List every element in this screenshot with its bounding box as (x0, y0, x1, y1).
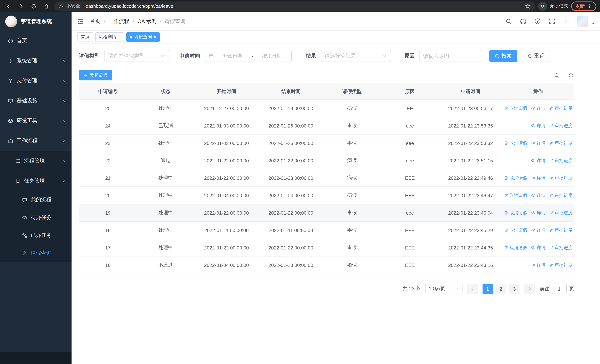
progress-action-link[interactable]: 审批进度 (549, 140, 572, 146)
sidebar-item-my-process[interactable]: 我的流程 (0, 191, 72, 209)
table-row: 18处理中2022-01-11 00:00:002022-01-11 00:00… (79, 222, 574, 239)
address-bar[interactable]: 不安全 dashboard.yudao.iocoder.cn/bpm/oa/le… (54, 1, 535, 11)
security-label[interactable]: 不安全 (66, 3, 80, 9)
reason-input[interactable] (419, 50, 481, 62)
cell-type: 病假 (323, 175, 381, 181)
start-date-placeholder: 开始日期 (217, 53, 248, 59)
detail-action-link[interactable]: 详情 (531, 192, 545, 198)
cell-reason: EEE (381, 262, 439, 268)
result-select[interactable]: 请选择流结果 (320, 50, 391, 62)
avatar-caret-icon[interactable]: ▾ (592, 21, 594, 27)
cancel-action-link[interactable]: 取消请假 (504, 244, 527, 251)
sidebar-item-process-management[interactable]: 流程管理 (0, 151, 72, 171)
sidebar-fold-icon[interactable] (77, 17, 85, 25)
cell-reason: eee (381, 158, 439, 163)
help-icon[interactable] (534, 17, 542, 25)
app-logo[interactable]: 芋道管理系统 (0, 12, 72, 31)
breadcrumb-item[interactable]: OA 示例 (138, 18, 157, 25)
detail-action-link[interactable]: 详情 (531, 244, 545, 251)
progress-action-link[interactable]: 审批进度 (549, 210, 572, 216)
toggle-search-icon[interactable] (553, 72, 560, 79)
close-icon[interactable]: × (118, 35, 121, 39)
page-button-1[interactable]: 1 (483, 284, 493, 294)
back-icon[interactable] (4, 1, 13, 11)
progress-action-link[interactable]: 审批进度 (549, 157, 572, 164)
create-leave-button[interactable]: 发起请假 (79, 70, 112, 80)
breadcrumb-item[interactable]: 首页 (90, 18, 100, 25)
tab-home[interactable]: 首页 (77, 32, 93, 42)
svg-text:T: T (567, 20, 569, 24)
cell-reason: EE (381, 105, 439, 111)
url-text[interactable]: dashboard.yudao.iocoder.cn/bpm/oa/leave (86, 3, 173, 9)
sidebar-item-done-tasks[interactable]: 已办任务 (0, 226, 72, 244)
sidebar-collapse-bar[interactable] (0, 352, 72, 364)
sidebar-item-system[interactable]: 系统管理 (0, 51, 72, 71)
detail-action-link[interactable]: 详情 (531, 105, 545, 111)
header-actions: TT ▾ (505, 16, 594, 27)
next-page-button[interactable] (525, 284, 535, 294)
cancel-action-link[interactable]: 取消请假 (504, 105, 527, 111)
cell-end: 2022-01-22 00:00:00 (259, 245, 323, 250)
cancel-action-link[interactable]: 取消请假 (504, 175, 527, 181)
progress-action-link[interactable]: 审批进度 (549, 227, 572, 233)
sidebar-item-todo-tasks[interactable]: 待办任务 (0, 209, 72, 226)
cell-actions: 取消请假详情审批进度 (502, 105, 574, 111)
sidebar-item-leave-query[interactable]: 请假查询 (0, 244, 72, 262)
search-button[interactable]: 搜索 (489, 50, 517, 62)
cell-id: 16 (79, 262, 137, 268)
detail-action-link[interactable]: 详情 (531, 175, 545, 181)
sidebar-item-label: 待办任务 (31, 214, 66, 221)
search-icon[interactable] (505, 17, 513, 25)
detail-action-link[interactable]: 详情 (531, 122, 545, 129)
cell-status: 已取消 (137, 122, 194, 129)
sidebar-item-payment[interactable]: ¥ 支付管理 (0, 71, 72, 91)
progress-action-link[interactable]: 审批进度 (549, 244, 572, 251)
fullscreen-icon[interactable] (548, 17, 556, 25)
cancel-action-link[interactable]: 取消请假 (504, 227, 527, 233)
tab-leave-query[interactable]: 请假查询 × (126, 32, 160, 42)
bookmark-star-icon[interactable] (525, 3, 531, 9)
tab-process-detail[interactable]: 流程详情 × (95, 32, 124, 42)
user-avatar[interactable] (577, 16, 588, 27)
refresh-icon[interactable] (567, 72, 574, 79)
detail-action-link[interactable]: 详情 (531, 157, 545, 164)
sidebar-item-label: 请假查询 (31, 250, 66, 257)
github-icon[interactable] (519, 17, 527, 25)
cancel-action-link[interactable]: 取消请假 (504, 192, 527, 198)
progress-action-link[interactable]: 审批进度 (549, 262, 572, 268)
detail-action-link[interactable]: 详情 (531, 140, 545, 146)
page-button-3[interactable]: 3 (509, 284, 520, 294)
detail-action-link[interactable]: 详情 (531, 262, 545, 268)
page-button-2[interactable]: 2 (496, 284, 506, 294)
close-icon[interactable]: × (154, 35, 156, 39)
sidebar-item-devtools[interactable]: 研发工具 (0, 111, 72, 131)
sidebar-item-infrastructure[interactable]: 基础设施 (0, 91, 72, 111)
incognito-label: 无痕模式 (550, 3, 568, 9)
leave-type-select[interactable]: 请选择请假类型 (104, 50, 169, 62)
cell-id: 20 (79, 193, 137, 198)
sidebar-item-task-management[interactable]: 任务管理 (0, 171, 72, 191)
browser-menu-update-button[interactable]: 更新 (571, 1, 596, 11)
sidebar-item-home[interactable]: 首页 (0, 31, 72, 51)
detail-action-link[interactable]: 详情 (531, 210, 545, 216)
progress-action-link[interactable]: 审批进度 (549, 175, 572, 181)
goto-page-input[interactable] (552, 284, 567, 294)
progress-action-link[interactable]: 审批进度 (549, 122, 572, 129)
column-header: 开始时间 (194, 88, 259, 95)
detail-action-link[interactable]: 详情 (531, 227, 545, 233)
page-size-select[interactable]: 10条/页 (425, 284, 462, 294)
apply-time-range-picker[interactable]: 开始日期 - 结束日期 (205, 50, 292, 62)
forward-icon[interactable] (16, 1, 26, 11)
prev-page-button[interactable] (467, 284, 478, 294)
reload-icon[interactable] (29, 1, 38, 11)
font-size-icon[interactable]: TT (562, 17, 571, 25)
breadcrumb-item[interactable]: 工作流程 (109, 18, 129, 25)
reset-button[interactable]: 重置 (522, 50, 550, 62)
cancel-action-link[interactable]: 取消请假 (504, 210, 527, 216)
progress-action-link[interactable]: 审批进度 (549, 192, 572, 198)
cell-id: 19 (79, 210, 137, 215)
home-icon[interactable] (41, 1, 51, 11)
progress-action-link[interactable]: 审批进度 (549, 105, 572, 111)
cancel-action-link[interactable]: 取消请假 (504, 140, 527, 146)
sidebar-item-workflow[interactable]: 工作流程 (0, 131, 72, 151)
